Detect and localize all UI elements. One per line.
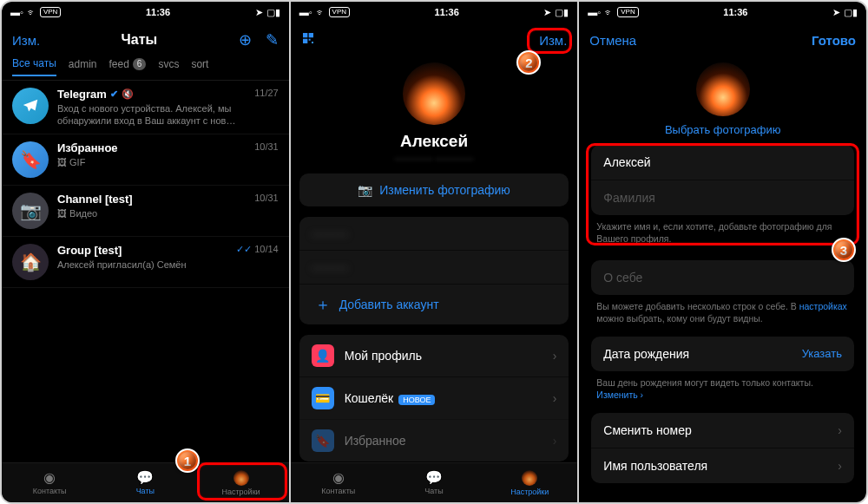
chats-icon: 💬 bbox=[425, 471, 443, 485]
name-caption: Укажите имя и, если хотите, добавьте фот… bbox=[596, 220, 849, 245]
nav-bar: Изм. Чаты ⊕ ✎ bbox=[2, 23, 289, 57]
chat-row-group[interactable]: 🏠 Group [test] ✓✓ 10/14 Алексей пригласи… bbox=[2, 237, 289, 288]
birthday-row[interactable]: Дата рождения Указать bbox=[591, 337, 854, 371]
chat-name: Telegram bbox=[57, 88, 107, 101]
settings-menu-card: 👤 Мой профиль › 💳 Кошелёкновое › 🔖 Избра… bbox=[299, 335, 569, 461]
location-icon: ➤ bbox=[255, 7, 263, 18]
chat-preview: Вход с нового устройства. Алексей, мы об… bbox=[57, 102, 279, 127]
vpn-badge: VPN bbox=[617, 7, 638, 17]
chat-name: Избранное bbox=[57, 141, 118, 154]
cancel-button[interactable]: Отмена bbox=[589, 33, 636, 48]
row-wallet[interactable]: 💳 Кошелёкновое › bbox=[299, 376, 569, 419]
tab-chats[interactable]: 💬Чаты bbox=[386, 463, 482, 502]
change-photo-card: 📷 Изменить фотографию bbox=[299, 173, 569, 206]
last-name-field[interactable]: Фамилия bbox=[591, 180, 854, 215]
tab-feed[interactable]: feed 6 bbox=[108, 57, 146, 76]
row-saved-messages[interactable]: 🔖 Избранное › bbox=[299, 419, 569, 461]
birthday-card: Дата рождения Указать bbox=[591, 337, 854, 371]
new-badge: новое bbox=[398, 395, 435, 405]
done-button[interactable]: Готово bbox=[812, 33, 856, 48]
tab-label: Контакты bbox=[321, 487, 355, 495]
clock: 11:36 bbox=[146, 7, 170, 17]
tab-feed-count: 6 bbox=[133, 58, 147, 70]
first-name-field[interactable]: Алексей bbox=[591, 145, 854, 180]
edit-profile-avatar[interactable] bbox=[696, 62, 750, 116]
tab-label: Чаты bbox=[424, 487, 443, 495]
page-title: Чаты bbox=[122, 32, 158, 48]
chevron-right-icon: › bbox=[838, 423, 842, 437]
chat-row-saved[interactable]: 🔖 Избранное 10/31 🖼 GIF bbox=[2, 134, 289, 186]
settings-link[interactable]: настройках bbox=[799, 301, 847, 311]
label: Добавить аккаунт bbox=[339, 298, 439, 311]
contacts-icon: ◉ bbox=[332, 471, 345, 485]
label: Сменить номер bbox=[603, 423, 691, 437]
about-caption: Вы можете добавить несколько строк о себ… bbox=[596, 300, 849, 324]
tab-settings[interactable]: Настройки bbox=[193, 463, 288, 502]
annotation-badge-3: 3 bbox=[832, 238, 856, 262]
status-bar: ▬◦ᯤVPN 11:36 ➤▢▮ bbox=[291, 2, 578, 23]
about-card: О себе bbox=[591, 260, 854, 295]
chat-row-channel[interactable]: 📷 Channel [test] 10/31 🖼 Видео bbox=[2, 186, 289, 237]
account-row[interactable]: ——— bbox=[299, 250, 569, 284]
signal-icon: ▬◦ bbox=[299, 7, 312, 17]
qr-icon[interactable] bbox=[301, 31, 315, 49]
more-card: Сменить номер › Имя пользователя › bbox=[591, 413, 854, 483]
label: Дата рождения bbox=[603, 347, 689, 361]
camera-icon: 📷 bbox=[358, 183, 372, 197]
change-photo-button[interactable]: 📷 Изменить фотографию bbox=[299, 173, 569, 206]
account-row[interactable]: ——— bbox=[299, 217, 569, 250]
battery-icon: ▢▮ bbox=[555, 7, 569, 18]
clock: 11:36 bbox=[435, 7, 459, 17]
row-my-profile[interactable]: 👤 Мой профиль › bbox=[299, 335, 569, 376]
username-row[interactable]: Имя пользователя › bbox=[591, 448, 854, 483]
new-folder-icon[interactable]: ⊕ bbox=[239, 30, 252, 49]
chevron-right-icon: › bbox=[553, 434, 557, 448]
tab-contacts[interactable]: ◉ Контакты bbox=[2, 463, 97, 502]
avatar bbox=[12, 88, 49, 124]
label: Мой профиль bbox=[345, 349, 553, 363]
wifi-icon: ᯤ bbox=[27, 7, 36, 17]
status-bar: ▬◦ ᯤ VPN 11:36 ➤ ▢▮ bbox=[2, 2, 289, 23]
profile-header: Алексей ———— ———— bbox=[291, 57, 578, 163]
name-form-card: Алексей Фамилия bbox=[591, 145, 854, 215]
location-icon: ➤ bbox=[543, 7, 551, 18]
chat-name: Group [test] bbox=[57, 244, 122, 257]
settings-avatar-icon bbox=[522, 470, 537, 486]
tab-settings[interactable]: Настройки bbox=[482, 463, 577, 502]
battery-icon: ▢▮ bbox=[266, 7, 280, 18]
chat-list[interactable]: Telegram ✔ 🔇 11/27 Вход с нового устройс… bbox=[2, 81, 289, 462]
chat-row-telegram[interactable]: Telegram ✔ 🔇 11/27 Вход с нового устройс… bbox=[2, 81, 289, 134]
specify-button[interactable]: Указать bbox=[802, 347, 842, 361]
tab-contacts[interactable]: ◉Контакты bbox=[291, 463, 386, 502]
tab-label: Настройки bbox=[221, 488, 260, 496]
change-number-row[interactable]: Сменить номер › bbox=[591, 413, 854, 448]
avatar: 🏠 bbox=[12, 244, 49, 280]
chat-date: 10/31 bbox=[254, 193, 279, 206]
about-field[interactable]: О себе bbox=[591, 260, 854, 295]
clock: 11:36 bbox=[723, 7, 747, 17]
change-link[interactable]: Изменить › bbox=[596, 389, 643, 400]
tab-admin[interactable]: admin bbox=[69, 57, 97, 76]
profile-subtitle: ———— ———— bbox=[291, 153, 578, 163]
choose-photo-button[interactable]: Выбрать фотографию bbox=[579, 123, 866, 136]
tab-svcs[interactable]: svcs bbox=[158, 57, 179, 76]
tab-feed-label: feed bbox=[108, 58, 128, 70]
vpn-badge: VPN bbox=[40, 7, 61, 17]
edit-button[interactable]: Изм. bbox=[12, 33, 40, 48]
edit-button[interactable]: Изм. bbox=[539, 33, 567, 48]
tab-label: Контакты bbox=[33, 487, 67, 495]
tab-all-chats[interactable]: Все чаты bbox=[12, 57, 56, 76]
label: Имя пользователя bbox=[603, 459, 707, 473]
label: Изменить фотографию bbox=[379, 183, 510, 197]
wifi-icon: ᯤ bbox=[316, 7, 326, 17]
mute-icon: 🔇 bbox=[122, 88, 134, 100]
profile-avatar[interactable] bbox=[403, 62, 465, 125]
compose-icon[interactable]: ✎ bbox=[266, 30, 279, 49]
profile-icon: 👤 bbox=[312, 344, 334, 367]
add-account-button[interactable]: ＋ Добавить аккаунт bbox=[299, 284, 569, 324]
tab-sort[interactable]: sort bbox=[191, 57, 208, 76]
signal-icon: ▬◦ bbox=[588, 7, 601, 17]
chevron-right-icon: › bbox=[553, 391, 557, 405]
screen-settings: ▬◦ᯤVPN 11:36 ➤▢▮ Изм. Алексей ———— ———— … bbox=[291, 2, 580, 502]
annotation-badge-1: 1 bbox=[175, 448, 200, 473]
